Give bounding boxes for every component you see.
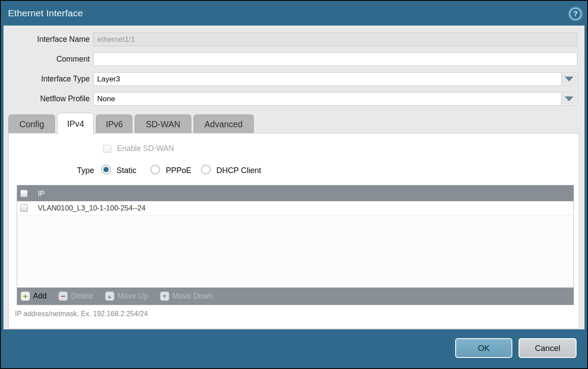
netflow-profile-value: None [94, 92, 577, 105]
chevron-down-icon [565, 96, 573, 101]
ip-hint-text: IP address/netmask. Ex. 192.168.2.254/24 [15, 310, 148, 318]
arrow-up-icon: ▲ [105, 292, 114, 301]
interface-type-label: Interface Type [4, 72, 90, 86]
add-button-label: Add [33, 292, 47, 301]
comment-label: Comment [4, 52, 90, 66]
move-down-button-label: Move Down [172, 292, 213, 301]
ip-column-header: IP [31, 189, 45, 198]
comment-row: Comment [4, 52, 584, 66]
tab-advanced[interactable]: Advanced [194, 114, 254, 134]
enable-sdwan-row: Enable SD-WAN [103, 144, 174, 153]
tab-ipv6[interactable]: IPv6 [96, 114, 132, 134]
table-row[interactable]: VLAN0100_L3_10-1-100-254--24 [17, 201, 573, 215]
delete-button-label: Delete [71, 292, 93, 301]
row-ip-value: VLAN0100_L3_10-1-100-254--24 [31, 204, 146, 212]
enable-sdwan-label: Enable SD-WAN [117, 144, 174, 153]
move-up-button-label: Move Up [117, 292, 148, 301]
help-icon[interactable]: ? [570, 8, 581, 20]
arrow-down-icon: ▼ [160, 292, 169, 301]
radio-pppoe[interactable] [150, 165, 160, 174]
interface-type-select[interactable]: Layer3 [93, 72, 577, 86]
dialog-title: Ethernet Interface [8, 8, 83, 18]
tab-sdwan-label: SD-WAN [146, 119, 180, 129]
comment-input[interactable] [93, 52, 577, 66]
row-checkbox[interactable] [20, 204, 28, 212]
radio-dot [103, 167, 109, 172]
chevron-down-icon [565, 77, 573, 81]
netflow-profile-label: Netflow Profile [4, 92, 90, 106]
tab-ipv4[interactable]: IPv4 [57, 113, 94, 135]
tab-advanced-label: Advanced [205, 119, 243, 129]
radio-dot [153, 167, 158, 172]
tab-config[interactable]: Config [8, 114, 55, 134]
radio-static[interactable] [101, 165, 111, 174]
radio-dhcp-client[interactable] [201, 165, 211, 174]
row-checkbox-cell [17, 204, 31, 212]
netflow-profile-dropdown-button[interactable] [561, 93, 577, 105]
move-up-button: ▲ Move Up [105, 292, 148, 301]
netflow-profile-row: Netflow Profile None [4, 92, 584, 106]
ok-button[interactable]: OK [455, 338, 512, 358]
enable-sdwan-checkbox [103, 145, 111, 153]
ip-table: IP VLAN0100_L3_10-1-100-254--24 + Add − [17, 185, 574, 305]
select-all-checkbox[interactable] [20, 190, 28, 197]
ipv4-panel: Enable SD-WAN Type Static PPPoE DHCP Cli… [8, 133, 579, 329]
interface-name-row: Interface Name ethernet1/1 [4, 33, 584, 46]
move-down-button: ▼ Move Down [160, 292, 213, 301]
interface-name-label: Interface Name [4, 33, 90, 46]
radio-pppoe-label[interactable]: PPPoE [166, 166, 191, 175]
dialog-body: Interface Name ethernet1/1 Comment Inter… [4, 26, 584, 329]
interface-type-value: Layer3 [94, 73, 577, 85]
interface-type-row: Interface Type Layer3 [4, 72, 584, 86]
dialog-titlebar: Ethernet Interface ? [1, 1, 587, 26]
delete-button: − Delete [58, 292, 93, 301]
tab-config-label: Config [19, 119, 44, 129]
plus-icon: + [21, 292, 30, 301]
radio-dot [203, 167, 208, 172]
radio-dhcp-client-label[interactable]: DHCP Client [216, 166, 261, 175]
radio-static-label[interactable]: Static [117, 166, 136, 175]
tab-sdwan[interactable]: SD-WAN [135, 114, 191, 134]
netflow-profile-select[interactable]: None [93, 92, 577, 106]
tab-bar: Config IPv4 IPv6 SD-WAN Advanced [8, 112, 254, 134]
cancel-button[interactable]: Cancel [519, 338, 577, 358]
tab-ipv4-label: IPv4 [67, 119, 84, 129]
table-toolbar: + Add − Delete ▲ Move Up ▼ Move Down [17, 288, 573, 305]
interface-name-value: ethernet1/1 [94, 33, 577, 46]
minus-icon: − [58, 292, 68, 301]
header-checkbox-cell [17, 185, 31, 201]
add-button[interactable]: + Add [21, 292, 47, 301]
interface-type-dropdown-button[interactable] [561, 73, 577, 85]
ethernet-interface-dialog: Ethernet Interface ? Interface Name ethe… [0, 0, 588, 369]
type-label: Type [57, 166, 94, 175]
tab-ipv6-label: IPv6 [106, 119, 123, 129]
ip-table-header: IP [17, 185, 573, 201]
interface-name-input: ethernet1/1 [93, 33, 577, 46]
